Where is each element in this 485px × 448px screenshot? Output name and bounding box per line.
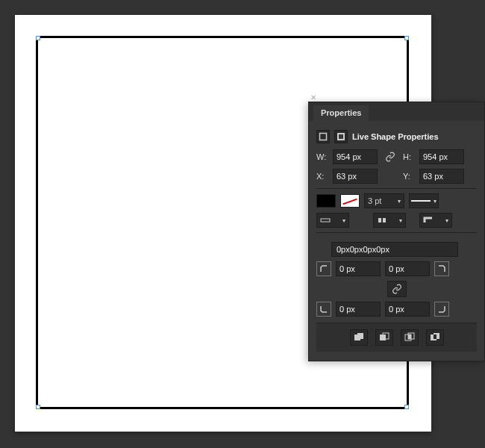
y-label: Y: [403,172,415,181]
properties-panel: ✕ Properties Live Shape Properties W: H:… [308,102,485,361]
svg-rect-12 [408,335,411,339]
close-icon[interactable]: ✕ [310,93,316,102]
corner-tr-icon[interactable] [434,261,449,276]
pathop-intersect-icon[interactable] [401,329,419,346]
pathop-unite-icon[interactable] [350,329,368,346]
width-label: W: [316,152,328,161]
corner-tl-input[interactable] [336,261,381,276]
height-input[interactable] [419,149,464,164]
section-title: Live Shape Properties [352,132,439,141]
corner-tl-icon[interactable] [316,261,331,276]
svg-rect-4 [378,218,381,223]
resize-handle-bottom-right[interactable] [404,405,409,409]
resize-handle-top-left[interactable] [36,36,40,40]
divider [316,188,477,189]
corner-bl-input[interactable] [336,302,381,317]
svg-rect-15 [434,335,436,339]
chevron-down-icon: ▾ [399,217,402,224]
chevron-down-icon: ▾ [342,217,345,224]
svg-rect-7 [357,333,363,339]
panel-tabbar: Properties [309,102,484,121]
chevron-down-icon: ▾ [398,198,401,205]
tab-properties[interactable]: Properties [313,105,369,121]
link-corners-icon[interactable] [387,281,407,297]
stroke-align-dropdown[interactable]: ▾ [316,213,349,228]
corner-summary-input[interactable] [331,242,458,257]
svg-rect-0 [320,134,327,140]
stroke-weight-dropdown[interactable]: 3 pt ▾ [364,193,404,208]
y-input[interactable] [419,169,464,184]
divider [316,232,477,233]
corner-bl-icon[interactable] [316,302,331,317]
stroke-caps-dropdown[interactable]: ▾ [373,213,406,228]
path-operations [316,323,477,352]
corner-tr-input[interactable] [385,261,430,276]
stroke-weight-value: 3 pt [368,196,381,205]
corner-br-icon[interactable] [434,302,449,317]
stroke-swatch-none[interactable] [340,194,360,208]
shape-type-icon[interactable] [316,130,330,143]
svg-rect-3 [321,219,330,222]
pathop-subtract-icon[interactable] [375,329,393,346]
width-input[interactable] [333,149,378,164]
shape-mask-icon[interactable] [334,130,348,143]
fill-swatch[interactable] [316,194,336,208]
pathop-exclude-icon[interactable] [426,329,444,346]
svg-rect-5 [383,218,386,223]
corner-br-input[interactable] [385,302,430,317]
stroke-corners-dropdown[interactable]: ▾ [419,213,452,228]
xy-spacer [382,169,398,184]
x-input[interactable] [333,169,378,184]
svg-rect-2 [339,134,343,139]
x-label: X: [316,172,328,181]
chevron-down-icon: ▾ [434,198,436,205]
link-wh-icon[interactable] [382,149,398,164]
panel-body: Live Shape Properties W: H: X: Y: 3 [309,121,484,361]
height-label: H: [403,152,415,161]
resize-handle-top-right[interactable] [404,36,409,40]
chevron-down-icon: ▾ [445,217,448,224]
resize-handle-bottom-left[interactable] [36,405,40,409]
stroke-style-dropdown[interactable]: ▾ [409,193,439,208]
